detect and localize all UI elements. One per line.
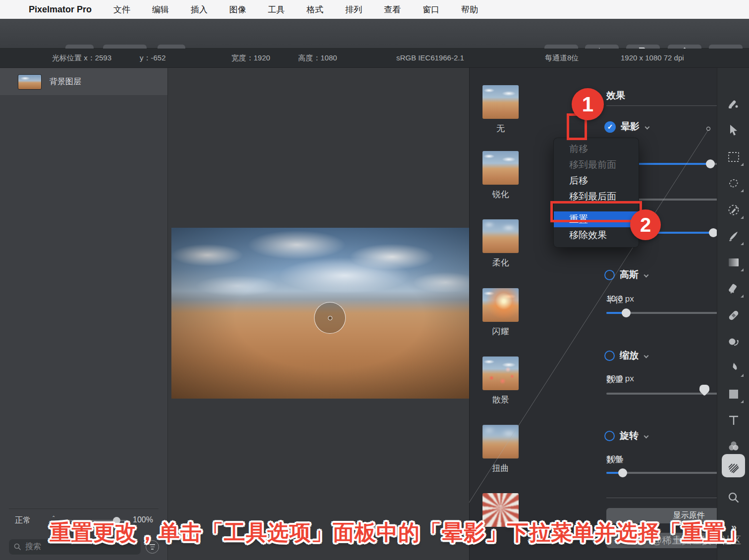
pen-tool[interactable] <box>717 357 749 379</box>
effect-preset-sharpen[interactable]: 锐化 <box>482 151 519 200</box>
vignette-enabled-checkbox[interactable]: ✓ <box>604 121 616 133</box>
effects-tool[interactable] <box>717 456 749 480</box>
preset-label: 扭曲 <box>482 462 519 474</box>
menu-item-move-to-front: 移到最前面 <box>554 157 639 173</box>
menu-edit[interactable]: 编辑 <box>152 4 169 15</box>
app-menu-title[interactable]: Pixelmator Pro <box>29 4 92 15</box>
scale-label: 缩放 <box>620 349 639 362</box>
image-dimensions: 1920 x 1080 72 dpi <box>621 53 684 62</box>
rotate-amount-slider-thumb[interactable] <box>618 468 627 477</box>
gaussian-enabled-checkbox[interactable] <box>604 270 615 280</box>
menu-image[interactable]: 图像 <box>229 4 246 15</box>
erase-tool[interactable] <box>717 278 749 300</box>
image-width: 宽度：1920 <box>231 53 270 63</box>
scale-section-header[interactable]: 缩放 <box>604 349 648 362</box>
preset-thumbnail <box>482 85 519 119</box>
rotate-section-header[interactable]: 旋转 <box>604 429 648 442</box>
tools-strip: » <box>717 68 749 560</box>
rotate-dropdown-chevron-icon[interactable] <box>644 433 649 438</box>
bit-depth: 每通道8位 <box>545 53 579 63</box>
menu-arrange[interactable]: 排列 <box>345 4 362 15</box>
titlebar: 40% + edit-saturation.jpg <box>0 19 749 49</box>
menu-window[interactable]: 窗口 <box>423 4 439 15</box>
gaussian-label: 高斯 <box>620 268 639 281</box>
annotation-step-2-badge: 2 <box>630 209 661 240</box>
menu-tools[interactable]: 工具 <box>268 4 285 15</box>
preset-label: 无 <box>482 123 519 134</box>
style-tool[interactable] <box>717 93 749 115</box>
color-profile: sRGB IEC61966-2.1 <box>396 53 464 62</box>
gaussian-radius-slider-thumb[interactable] <box>622 308 631 317</box>
repair-tool[interactable] <box>717 305 749 326</box>
tutorial-caption: 重置更改，单击「工具选项」面板中的「晕影」下拉菜单并选择「重置」 <box>50 518 664 547</box>
menu-help[interactable]: 帮助 <box>461 4 478 15</box>
vignette-label: 晕影 <box>621 120 640 133</box>
paint-tool[interactable] <box>717 225 749 247</box>
rotate-enabled-checkbox[interactable] <box>604 431 615 441</box>
preset-label: 闪耀 <box>482 326 519 337</box>
effects-header: 效果 <box>606 89 625 102</box>
clone-tool[interactable] <box>717 331 749 353</box>
layer-name: 背景图层 <box>50 77 81 87</box>
search-placeholder: 搜索 <box>25 542 41 552</box>
preset-thumbnail <box>482 425 519 458</box>
divider <box>9 509 159 509</box>
zoom-tool[interactable] <box>717 487 749 509</box>
preset-label: 柔化 <box>482 257 519 268</box>
annotation-box-reset <box>550 201 642 222</box>
vignette-radius-handle[interactable] <box>314 302 346 334</box>
search-icon <box>14 543 21 551</box>
preset-label: 散景 <box>482 394 519 406</box>
preset-thumbnail <box>482 151 519 185</box>
layers-sidebar: 背景图层 正常 ⌃⌄ 100% 搜索 <box>0 68 167 560</box>
gaussian-section-header[interactable]: 高斯 <box>604 268 648 281</box>
cursor-position: 光标位置 x：2593 <box>52 53 111 63</box>
arrange-tool[interactable] <box>717 119 749 141</box>
preset-thumbnail <box>482 219 519 253</box>
effect-preset-distort[interactable]: 扭曲 <box>482 425 519 474</box>
scale-amount-slider-thumb[interactable] <box>699 385 709 391</box>
vignette-context-menu: 前移 移到最前面 后移 移到最后面 重置 移除效果 <box>553 138 639 248</box>
radius-slider-thumb[interactable] <box>706 159 715 168</box>
menu-format[interactable]: 格式 <box>307 4 323 15</box>
effects-header-label: 效果 <box>606 89 625 102</box>
menu-insert[interactable]: 插入 <box>191 4 208 15</box>
vignette-section-header[interactable]: ✓ 晕影 <box>604 120 649 133</box>
lasso-select-tool[interactable] <box>717 172 749 194</box>
cursor-position-y: y：-652 <box>140 53 166 63</box>
photo-image[interactable] <box>171 228 470 399</box>
menu-file[interactable]: 文件 <box>113 4 130 15</box>
effect-preset-bokeh[interactable]: 散景 <box>482 356 519 406</box>
layer-row-background[interactable]: 背景图层 <box>0 68 167 95</box>
rotate-label: 旋转 <box>620 429 639 442</box>
step-1-number: 1 <box>582 93 593 116</box>
menu-item-remove-effect[interactable]: 移除效果 <box>554 227 639 243</box>
annotation-step-1-badge: 1 <box>572 88 604 120</box>
scale-enabled-checkbox[interactable] <box>604 351 615 361</box>
blend-mode-select[interactable]: 正常 <box>15 515 31 526</box>
effect-preset-soften[interactable]: 柔化 <box>482 219 519 268</box>
vignette-dropdown-chevron-icon[interactable] <box>645 124 650 129</box>
effect-preset-none[interactable]: 无 <box>482 85 519 134</box>
preset-label: 锐化 <box>482 189 519 200</box>
menu-view[interactable]: 查看 <box>384 4 401 15</box>
image-height: 高度：1080 <box>298 53 337 63</box>
vignette-center-handle[interactable] <box>328 316 332 320</box>
effect-preset-flare[interactable]: 闪耀 <box>482 288 519 337</box>
menu-item-move-forward: 前移 <box>554 141 639 157</box>
text-tool[interactable] <box>717 409 749 431</box>
gaussian-dropdown-chevron-icon[interactable] <box>644 272 649 277</box>
info-bar: 光标位置 x：2593 y：-652 宽度：1920 高度：1080 sRGB … <box>0 49 749 68</box>
menu-item-move-backward[interactable]: 后移 <box>554 173 639 189</box>
shape-tool[interactable] <box>717 383 749 405</box>
macos-menubar: Pixelmator Pro 文件 编辑 插入 图像 工具 格式 排列 查看 窗… <box>0 0 749 19</box>
gradient-tool[interactable] <box>717 252 749 273</box>
step-2-number: 2 <box>640 214 651 236</box>
layer-thumbnail <box>18 74 42 90</box>
canvas-area[interactable] <box>167 68 469 560</box>
preset-thumbnail <box>482 356 519 390</box>
color-select-tool[interactable] <box>717 199 749 221</box>
scale-dropdown-chevron-icon[interactable] <box>644 353 649 358</box>
rect-select-tool[interactable] <box>717 146 749 168</box>
preset-thumbnail <box>482 288 519 322</box>
